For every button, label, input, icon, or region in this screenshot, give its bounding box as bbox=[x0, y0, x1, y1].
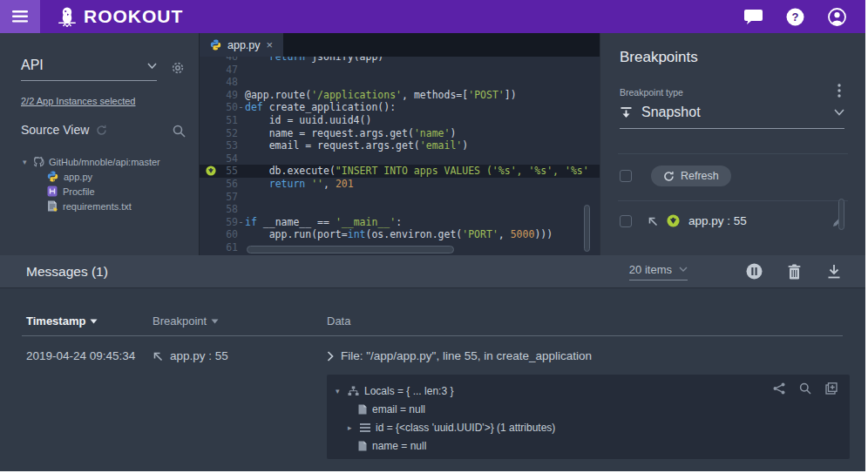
hamburger-menu-button[interactable] bbox=[0, 0, 40, 33]
gutter-line-57[interactable]: 57 bbox=[200, 191, 245, 204]
code-line-56: 56 return '', 201 bbox=[200, 178, 600, 191]
tab-app-py[interactable]: app.py × bbox=[200, 33, 283, 57]
page-size-select[interactable]: 20 items bbox=[629, 263, 688, 280]
breakpoint-type-value: Snapshot bbox=[641, 105, 825, 120]
messages-header: Messages (1) 20 items bbox=[0, 255, 865, 288]
locals-variable-label: email = null bbox=[372, 403, 425, 416]
source-tree: ▾ GitHub/mnoble/api:master app.py bbox=[0, 155, 199, 213]
app-select-value: API bbox=[21, 57, 147, 73]
rookout-breakpoint-icon[interactable] bbox=[206, 166, 216, 176]
column-header-breakpoint[interactable]: Breakpoint bbox=[153, 314, 219, 328]
add-to-watch-icon[interactable] bbox=[825, 382, 837, 395]
text-file-icon bbox=[47, 200, 58, 212]
fold-marker[interactable]: - bbox=[238, 101, 244, 114]
gutter-line-55[interactable]: 55 bbox=[200, 165, 245, 178]
rookout-logo: ROOKOUT bbox=[56, 4, 183, 29]
vertical-scrollbar[interactable] bbox=[584, 205, 590, 252]
gutter-line-47[interactable]: 47 bbox=[200, 64, 245, 77]
gutter-line-50[interactable]: 50- bbox=[200, 101, 245, 114]
breakpoint-list-item[interactable]: app.py : 55 bbox=[620, 214, 844, 227]
locals-root[interactable]: ▾ Locals = { ... len:3 } bbox=[336, 382, 841, 400]
locals-root-label: Locals = { ... len:3 } bbox=[364, 385, 453, 397]
code-text: app.run(port=int(os.environ.get('PORT', … bbox=[245, 228, 600, 241]
pause-icon[interactable] bbox=[745, 263, 763, 280]
search-icon[interactable] bbox=[173, 125, 186, 138]
message-breakpoint-label: app.py : 55 bbox=[170, 349, 228, 362]
rookout-app-window: ROOKOUT ? API 2/ bbox=[0, 0, 868, 473]
help-icon[interactable]: ? bbox=[785, 7, 804, 26]
nw-arrow-icon bbox=[648, 216, 658, 226]
tree-file-app-py[interactable]: app.py bbox=[0, 169, 199, 184]
select-all-checkbox[interactable] bbox=[620, 170, 632, 182]
gutter-line-56[interactable]: 56 bbox=[200, 178, 245, 191]
app-select[interactable]: API bbox=[21, 57, 157, 81]
code-text bbox=[245, 191, 600, 204]
chat-icon[interactable] bbox=[743, 7, 763, 26]
code-line-55: 55 db.execute("INSERT INTO apps VALUES (… bbox=[200, 165, 600, 178]
logo-wordmark: ROOKOUT bbox=[84, 6, 183, 27]
tree-root-repo[interactable]: ▾ GitHub/mnoble/api:master bbox=[0, 155, 199, 169]
gear-icon[interactable] bbox=[171, 61, 185, 75]
share-icon[interactable] bbox=[773, 382, 785, 395]
gutter-line-51[interactable]: 51 bbox=[200, 114, 245, 127]
gutter-line-53[interactable]: 53 bbox=[200, 139, 245, 152]
download-icon[interactable] bbox=[825, 263, 843, 280]
tree-file-requirements[interactable]: requirements.txt bbox=[0, 199, 199, 213]
horizontal-scrollbar[interactable] bbox=[247, 246, 454, 253]
locals-variable-row[interactable]: ▸id = {<class 'uuid.UUID'>} (1 attribute… bbox=[336, 418, 841, 436]
breakpoint-item-label: app.py : 55 bbox=[688, 214, 824, 227]
chevron-down-icon bbox=[834, 109, 844, 116]
fold-marker[interactable]: - bbox=[238, 216, 244, 229]
message-data-summary[interactable]: File: "/app/app.py", line 55, in create_… bbox=[327, 349, 592, 362]
message-row[interactable]: 2019-04-24 09:45:34 app.py : 55 File: "/… bbox=[0, 346, 865, 368]
trash-icon[interactable] bbox=[785, 263, 803, 280]
gutter-line-60[interactable]: 60 bbox=[200, 228, 245, 241]
topbar-actions: ? bbox=[743, 7, 865, 26]
code-text bbox=[245, 203, 600, 216]
procfile-icon bbox=[47, 186, 58, 197]
tree-file-label: requirements.txt bbox=[63, 201, 132, 212]
gutter-line-58[interactable]: 58 bbox=[200, 203, 245, 216]
code-line-46: 46 return jsonify(app) bbox=[200, 57, 600, 64]
column-header-timestamp[interactable]: Timestamp bbox=[26, 314, 98, 328]
search-icon[interactable] bbox=[799, 382, 811, 395]
caret-down-icon[interactable]: ▾ bbox=[336, 387, 342, 395]
tab-close-icon[interactable]: × bbox=[267, 39, 274, 51]
gutter-line-54[interactable]: 54 bbox=[200, 152, 245, 166]
gutter-line-48[interactable]: 48 bbox=[200, 76, 245, 89]
code-text: if __name__ == '__main__': bbox=[245, 216, 600, 229]
gutter-line-61[interactable]: 61 bbox=[200, 241, 245, 254]
gutter-line-49[interactable]: 49 bbox=[200, 89, 245, 102]
breakpoints-panel: Breakpoints Breakpoint type Snapshot bbox=[600, 33, 865, 255]
gutter-line-59[interactable]: 59- bbox=[200, 216, 245, 229]
column-header-data: Data bbox=[327, 314, 350, 328]
code-line-48: 48 bbox=[200, 76, 600, 89]
gutter-line-46[interactable]: 46 bbox=[200, 57, 245, 64]
tree-file-label: app.py bbox=[64, 172, 92, 182]
refresh-row: Refresh bbox=[620, 166, 731, 186]
account-icon[interactable] bbox=[827, 7, 846, 26]
locals-actions bbox=[773, 382, 837, 395]
code-text: return '', 201 bbox=[245, 178, 600, 191]
caret-right-icon[interactable]: ▸ bbox=[348, 423, 355, 432]
refresh-button[interactable]: Refresh bbox=[651, 166, 731, 186]
breakpoint-type-select[interactable]: Snapshot bbox=[620, 105, 844, 129]
locals-variable-row[interactable]: name = null bbox=[336, 436, 841, 455]
code-line-47: 47 bbox=[200, 64, 600, 77]
tree-file-label: Procfile bbox=[63, 186, 95, 197]
kebab-menu-icon[interactable] bbox=[837, 84, 841, 98]
app-instances-link[interactable]: 2/2 App Instances selected bbox=[21, 96, 135, 106]
messages-body: Timestamp Breakpoint Data 2019-04-24 09:… bbox=[0, 288, 865, 471]
tree-file-procfile[interactable]: Procfile bbox=[0, 184, 199, 199]
gutter-line-52[interactable]: 52 bbox=[200, 127, 245, 140]
tree-root-label: GitHub/mnoble/api:master bbox=[49, 157, 160, 167]
sort-caret-icon bbox=[90, 319, 98, 324]
code-line-54: 54 bbox=[200, 152, 600, 166]
refresh-icon bbox=[663, 171, 675, 182]
panel-scrollbar[interactable] bbox=[838, 199, 844, 230]
caret-down-icon[interactable]: ▾ bbox=[23, 158, 30, 166]
top-bar: ROOKOUT ? bbox=[0, 0, 865, 33]
sync-icon[interactable] bbox=[96, 125, 107, 136]
locals-variable-row[interactable]: email = null bbox=[336, 400, 841, 418]
breakpoint-checkbox[interactable] bbox=[620, 215, 632, 227]
